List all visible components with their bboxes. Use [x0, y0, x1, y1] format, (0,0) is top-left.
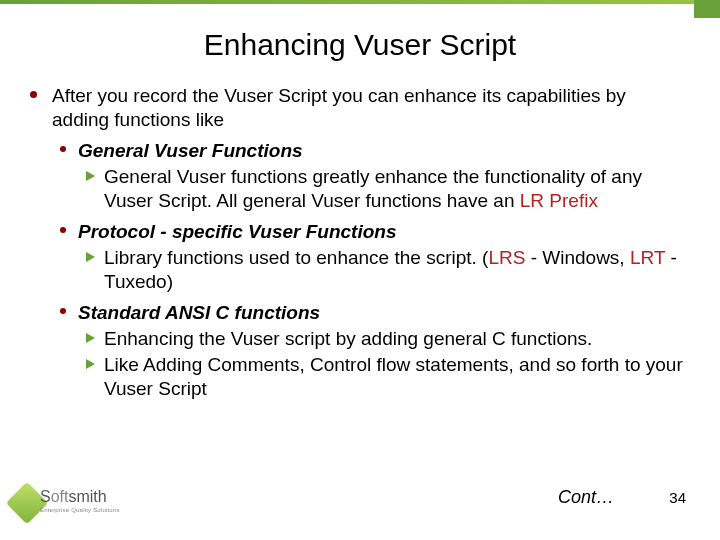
text: Library functions used to enhance the sc…	[104, 247, 488, 268]
slide-content: After you record the Vuser Script you ca…	[52, 84, 684, 410]
section-3-item-2: Like Adding Comments, Control flow state…	[104, 353, 684, 402]
arrow-icon	[86, 252, 95, 262]
intro-text: After you record the Vuser Script you ca…	[52, 85, 626, 130]
text: Enhancing the Vuser script by adding gen…	[104, 328, 592, 349]
section-heading: Standard ANSI C functions	[78, 302, 320, 323]
slide: Enhancing Vuser Script After you record …	[0, 0, 720, 540]
slide-title: Enhancing Vuser Script	[0, 28, 720, 62]
bullet-icon	[60, 308, 66, 314]
bullet-icon	[30, 91, 37, 98]
logo-text: Softsmith	[40, 488, 107, 506]
text: Like Adding Comments, Control flow state…	[104, 354, 683, 399]
text: - Windows,	[525, 247, 630, 268]
logo-part2: oft	[51, 488, 69, 505]
logo-tagline: Enterprise Quality Solutions	[40, 507, 120, 513]
continued-label: Cont…	[558, 487, 614, 508]
section-2-item-1: Library functions used to enhance the sc…	[104, 246, 684, 295]
accent-text: LRT	[630, 247, 665, 268]
accent-text: LRS	[488, 247, 525, 268]
arrow-icon	[86, 359, 95, 369]
section-1: General Vuser Functions General Vuser fu…	[78, 139, 684, 214]
intro-paragraph: After you record the Vuser Script you ca…	[52, 84, 684, 402]
page-number: 34	[669, 489, 686, 506]
logo-part3: smith	[68, 488, 106, 505]
section-heading: General Vuser Functions	[78, 140, 303, 161]
section-heading: Protocol - specific Vuser Functions	[78, 221, 397, 242]
section-1-item-1: General Vuser functions greatly enhance …	[104, 165, 684, 214]
section-2: Protocol - specific Vuser Functions Libr…	[78, 220, 684, 295]
section-3: Standard ANSI C functions Enhancing the …	[78, 301, 684, 402]
arrow-icon	[86, 171, 95, 181]
bullet-icon	[60, 227, 66, 233]
corner-block	[694, 0, 720, 18]
arrow-icon	[86, 333, 95, 343]
section-3-item-1: Enhancing the Vuser script by adding gen…	[104, 327, 684, 351]
bullet-icon	[60, 146, 66, 152]
logo: Softsmith Enterprise Quality Solutions	[6, 484, 126, 528]
accent-bar	[0, 0, 720, 4]
accent-text: LR Prefix	[520, 190, 598, 211]
sub-list: General Vuser Functions General Vuser fu…	[78, 139, 684, 402]
logo-part1: S	[40, 488, 51, 505]
